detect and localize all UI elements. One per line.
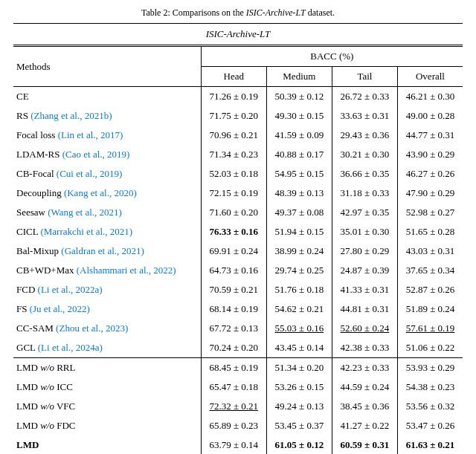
citation-link[interactable]: (Wang et al., 2021) xyxy=(48,207,122,218)
cell-value: 43.03 ± 0.31 xyxy=(406,245,455,256)
table-row: LMD w/o RRL68.45 ± 0.1951.34 ± 0.2042.23… xyxy=(13,358,463,378)
col-overall: Overall xyxy=(397,67,463,87)
citation-link[interactable]: (Alshammari et al., 2022) xyxy=(77,265,176,276)
method-name: LMD xyxy=(16,420,40,431)
cell-value: 57.61 ± 0.19 xyxy=(406,322,455,334)
cell-value: 26.72 ± 0.33 xyxy=(341,91,390,102)
table-row-final: LMD 63.79 ± 0.14 61.05 ± 0.12 60.59 ± 0.… xyxy=(13,435,463,454)
cell-value: 51.94 ± 0.15 xyxy=(275,226,324,237)
table-row: LMD w/o ICC65.47 ± 0.1853.26 ± 0.1544.59… xyxy=(13,377,463,397)
cell-value: 54.38 ± 0.23 xyxy=(406,381,455,392)
citation-link[interactable]: (Zhou et al., 2023) xyxy=(56,322,128,334)
ablation-tag: VFC xyxy=(54,401,75,412)
table-row: RS (Zhang et al., 2021b)71.75 ± 0.2049.3… xyxy=(13,106,463,126)
wo-label: w/o xyxy=(40,401,54,412)
method-name: FCD xyxy=(16,284,38,295)
citation-link[interactable]: (Kang et al., 2020) xyxy=(64,187,137,198)
cell-value: 48.39 ± 0.13 xyxy=(275,187,324,198)
cell-value: 42.97 ± 0.35 xyxy=(341,207,390,218)
cell-value: 49.24 ± 0.13 xyxy=(275,401,324,412)
cell-value: 68.45 ± 0.19 xyxy=(209,362,258,373)
cell-value: 43.90 ± 0.29 xyxy=(406,149,455,160)
cell-value: 30.21 ± 0.30 xyxy=(341,149,390,160)
cell-value: 52.87 ± 0.26 xyxy=(406,284,455,295)
cell-value: 42.38 ± 0.33 xyxy=(341,342,390,353)
ablation-tag: RRL xyxy=(54,362,76,373)
col-head: Head xyxy=(201,67,266,87)
cell-value: 47.90 ± 0.29 xyxy=(406,187,455,198)
cell-value: 51.89 ± 0.24 xyxy=(406,303,455,314)
cell-value: 65.89 ± 0.23 xyxy=(209,420,258,431)
method-name: CE xyxy=(16,91,29,102)
cell-value: 71.75 ± 0.20 xyxy=(209,110,258,121)
citation-link[interactable]: (Marrakchi et al., 2021) xyxy=(40,226,132,237)
cell-value: 24.87 ± 0.39 xyxy=(341,265,390,276)
table-row: CB-Focal (Cui et al., 2019)52.03 ± 0.185… xyxy=(13,164,463,184)
table-row: FCD (Li et al., 2022a)70.59 ± 0.2151.76 … xyxy=(13,280,463,299)
citation-link[interactable]: (Lin et al., 2017) xyxy=(58,129,123,140)
table-row: Seesaw (Wang et al., 2021)71.60 ± 0.2049… xyxy=(13,203,463,222)
final-method: LMD xyxy=(16,439,39,450)
ablation-tag: ICC xyxy=(54,381,73,392)
method-name: Focal loss xyxy=(16,129,58,140)
cell-value: 52.60 ± 0.24 xyxy=(341,322,390,334)
citation-link[interactable]: (Cao et al., 2019) xyxy=(62,149,130,160)
method-name: CC-SAM xyxy=(16,322,56,334)
citation-link[interactable]: (Li et al., 2022a) xyxy=(38,284,103,295)
cell-value: 41.33 ± 0.31 xyxy=(341,284,390,295)
cell-value: 71.60 ± 0.20 xyxy=(209,207,258,218)
cell-value: 70.24 ± 0.20 xyxy=(209,342,258,353)
caption-dataset: ISIC-Archive-LT xyxy=(246,7,306,18)
citation-link[interactable]: (Galdran et al., 2021) xyxy=(61,245,144,256)
caption-suffix: dataset. xyxy=(306,7,335,18)
cell-value: 53.45 ± 0.37 xyxy=(275,420,324,431)
wo-label: w/o xyxy=(40,381,54,392)
cell-value: 35.01 ± 0.30 xyxy=(341,226,390,237)
cell-value: 53.47 ± 0.26 xyxy=(406,420,455,431)
col-tail: Tail xyxy=(332,67,397,87)
cell-value: 44.59 ± 0.24 xyxy=(341,381,390,392)
cell-value: 54.62 ± 0.21 xyxy=(275,303,324,314)
cell-value: 44.81 ± 0.31 xyxy=(341,303,390,314)
cell-value: 72.15 ± 0.19 xyxy=(209,187,258,198)
cell-value: 51.65 ± 0.28 xyxy=(406,226,455,237)
cell-value: 71.34 ± 0.23 xyxy=(209,149,258,160)
table-row: CC-SAM (Zhou et al., 2023)67.72 ± 0.1355… xyxy=(13,319,463,338)
citation-link[interactable]: (Zhang et al., 2021b) xyxy=(30,110,112,121)
cell-value: 36.66 ± 0.35 xyxy=(341,168,390,179)
cell-value: 37.65 ± 0.34 xyxy=(406,265,455,276)
method-name: RS xyxy=(16,110,30,121)
cell-value: 64.73 ± 0.16 xyxy=(209,265,258,276)
cell-value: 50.39 ± 0.12 xyxy=(275,91,324,102)
method-name: CICL xyxy=(16,226,40,237)
method-name: Bal-Mixup xyxy=(16,245,61,256)
table-row: Decoupling (Kang et al., 2020)72.15 ± 0.… xyxy=(13,184,463,203)
cell-value: 52.98 ± 0.27 xyxy=(406,207,455,218)
ablation-tag: FDC xyxy=(54,420,76,431)
table-row: LMD w/o VFC72.32 ± 0.2149.24 ± 0.1338.45… xyxy=(13,397,463,416)
col-methods: Methods xyxy=(13,46,201,87)
table-row: LMD w/o FDC65.89 ± 0.2353.45 ± 0.3741.27… xyxy=(13,416,463,435)
citation-link[interactable]: (Cui et al., 2019) xyxy=(57,168,122,179)
citation-link[interactable]: (Ju et al., 2022) xyxy=(30,303,90,314)
col-bacc: BACC (%) xyxy=(201,46,463,67)
cell-value: 49.00 ± 0.28 xyxy=(406,110,455,121)
cell-value: 55.03 ± 0.16 xyxy=(275,322,324,334)
cell-value: 70.96 ± 0.21 xyxy=(209,129,258,140)
cell-value: 46.21 ± 0.30 xyxy=(406,91,455,102)
table-caption: Table 2: Comparisons on the ISIC-Archive… xyxy=(13,7,463,19)
table-row: Bal-Mixup (Galdran et al., 2021)69.91 ± … xyxy=(13,241,463,261)
cell-value: 53.93 ± 0.29 xyxy=(406,362,455,373)
cell-value: 42.23 ± 0.33 xyxy=(341,362,390,373)
cell-value: 53.56 ± 0.32 xyxy=(406,401,455,412)
table-row: CICL (Marrakchi et al., 2021)76.33 ± 0.1… xyxy=(13,222,463,241)
method-name: CB+WD+Max xyxy=(16,265,77,276)
final-tail: 60.59 ± 0.31 xyxy=(341,439,390,450)
citation-link[interactable]: (Li et al., 2024a) xyxy=(38,342,103,353)
cell-value: 70.59 ± 0.21 xyxy=(209,284,258,295)
table-row: FS (Ju et al., 2022)68.14 ± 0.1954.62 ± … xyxy=(13,299,463,319)
method-name: Decoupling xyxy=(16,187,64,198)
method-name: CB-Focal xyxy=(16,168,57,179)
cell-value: 72.32 ± 0.21 xyxy=(209,401,258,412)
cell-value: 27.80 ± 0.29 xyxy=(341,245,390,256)
